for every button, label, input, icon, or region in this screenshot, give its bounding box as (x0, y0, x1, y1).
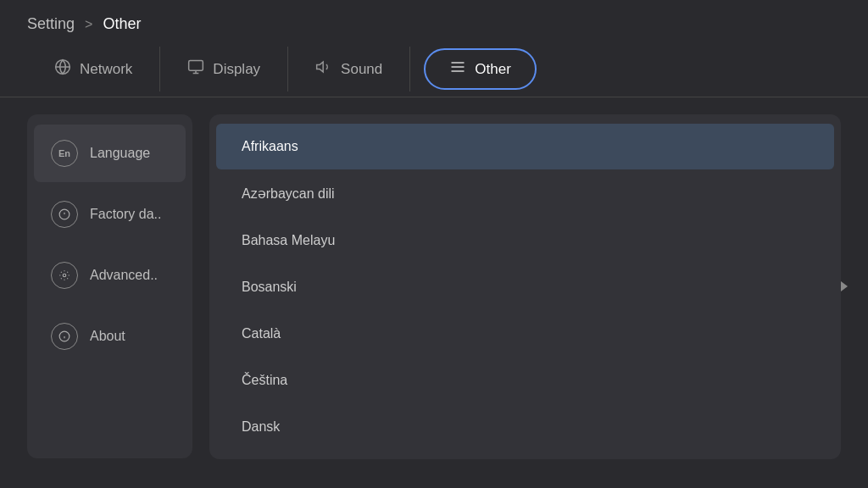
language-item-afrikaans[interactable]: Afrikaans (216, 124, 834, 169)
sound-icon (315, 58, 332, 80)
main-content: En Language Factory da.. Advanced.. (0, 97, 868, 475)
tab-display-label: Display (213, 61, 260, 78)
about-icon (51, 323, 78, 350)
right-panel-wrapper: Afrikaans Azərbaycan dili Bahasa Melayu … (209, 114, 841, 458)
svg-marker-5 (317, 62, 324, 72)
tab-display[interactable]: Display (160, 47, 288, 92)
breadcrumb-arrow: > (85, 17, 92, 32)
svg-point-12 (63, 274, 66, 277)
tab-other[interactable]: Other (424, 48, 537, 90)
menu-item-language-label: Language (90, 146, 150, 161)
scroll-indicator (841, 281, 848, 291)
language-item-danish[interactable]: Dansk (216, 404, 834, 450)
language-list: Afrikaans Azərbaycan dili Bahasa Melayu … (209, 114, 841, 459)
tab-other-label: Other (475, 61, 511, 78)
tab-sound[interactable]: Sound (288, 47, 410, 92)
network-icon (54, 58, 71, 80)
language-item-azerbaijani[interactable]: Azərbaycan dili (216, 170, 834, 217)
tab-network[interactable]: Network (27, 47, 160, 92)
menu-item-language[interactable]: En Language (34, 125, 186, 182)
tab-sound-label: Sound (341, 61, 382, 78)
other-icon (449, 58, 466, 80)
menu-item-advanced-label: Advanced.. (90, 268, 158, 283)
menu-item-factory-label: Factory da.. (90, 207, 161, 222)
tab-network-label: Network (80, 61, 132, 78)
language-item-malay[interactable]: Bahasa Melayu (216, 218, 834, 263)
menu-item-about[interactable]: About (34, 308, 186, 365)
language-item-catalan[interactable]: Català (216, 311, 834, 357)
svg-rect-2 (189, 61, 203, 71)
advanced-icon (51, 262, 78, 289)
breadcrumb-current: Other (103, 15, 141, 33)
breadcrumb: Setting > Other (0, 0, 868, 42)
menu-item-about-label: About (90, 329, 125, 344)
tab-bar: Network Display Sound Othe (0, 42, 868, 97)
display-icon (187, 58, 204, 80)
language-item-czech[interactable]: Čeština (216, 358, 834, 403)
factory-icon (51, 201, 78, 228)
menu-item-advanced[interactable]: Advanced.. (34, 247, 186, 304)
left-panel: En Language Factory da.. Advanced.. (27, 114, 192, 458)
language-icon: En (51, 140, 78, 167)
breadcrumb-setting: Setting (27, 15, 75, 33)
language-item-bosnian[interactable]: Bosanski (216, 264, 834, 310)
menu-item-factory[interactable]: Factory da.. (34, 186, 186, 243)
